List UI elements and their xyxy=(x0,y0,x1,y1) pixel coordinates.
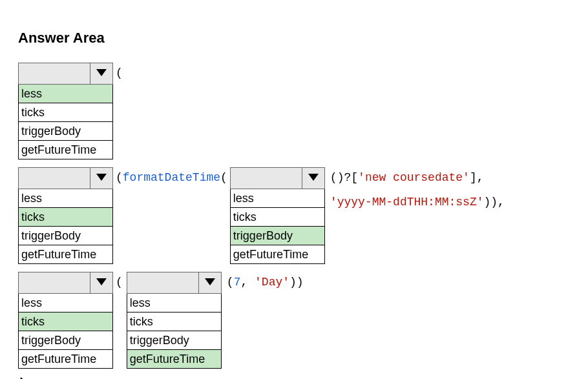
chevron-down-icon xyxy=(95,170,108,187)
dropdown-3-header[interactable] xyxy=(230,167,325,189)
chevron-down-icon xyxy=(204,275,216,291)
dropdown-5: lesstickstriggerBodygetFutureTime xyxy=(127,272,222,369)
row-3-spacer: ( xyxy=(113,272,123,292)
dropdown-3-arrow[interactable] xyxy=(302,168,324,189)
dropdown-option[interactable]: ticks xyxy=(19,312,112,331)
dropdown-2-selected xyxy=(19,168,90,189)
dropdown-option[interactable]: less xyxy=(231,189,324,208)
dropdown-2: lesstickstriggerBodygetFutureTime xyxy=(18,167,113,264)
dropdown-option[interactable]: triggerBody xyxy=(19,122,112,141)
page-title: Answer Area xyxy=(18,30,570,46)
dropdown-4-selected xyxy=(19,272,90,293)
chevron-down-icon xyxy=(95,66,108,82)
dropdown-1-options: lesstickstriggerBodygetFutureTime xyxy=(18,85,113,159)
dropdown-option[interactable]: getFutureTime xyxy=(19,350,112,368)
dropdown-option[interactable]: getFutureTime xyxy=(19,141,112,159)
dropdown-2-header[interactable] xyxy=(18,167,113,189)
svg-marker-0 xyxy=(96,69,107,76)
row-3-text: (7, 'Day')) xyxy=(224,272,304,292)
dropdown-1-arrow[interactable] xyxy=(90,63,112,84)
svg-marker-3 xyxy=(96,278,107,285)
dropdown-option[interactable]: triggerBody xyxy=(127,331,221,350)
svg-marker-2 xyxy=(308,174,319,181)
chevron-down-icon xyxy=(307,170,320,187)
dropdown-option[interactable]: triggerBody xyxy=(19,331,112,350)
row-2: lesstickstriggerBodygetFutureTime (forma… xyxy=(18,167,570,264)
dropdown-3: lesstickstriggerBodygetFutureTime xyxy=(230,167,325,264)
dropdown-option[interactable]: triggerBody xyxy=(231,227,324,245)
svg-marker-1 xyxy=(96,174,107,181)
row-1: lesstickstriggerBodygetFutureTime ( xyxy=(18,63,570,159)
dropdown-2-arrow[interactable] xyxy=(90,168,112,189)
dropdown-4-header[interactable] xyxy=(18,272,113,294)
closing-paren: ) xyxy=(18,376,570,379)
dropdown-option[interactable]: less xyxy=(19,294,112,312)
dropdown-option[interactable]: triggerBody xyxy=(19,227,112,245)
row-2-text-a: (formatDateTime( xyxy=(113,167,227,188)
dropdown-5-options: lesstickstriggerBodygetFutureTime xyxy=(127,294,222,369)
row-3: lesstickstriggerBodygetFutureTime ( less… xyxy=(18,272,570,369)
dropdown-5-selected xyxy=(127,272,199,293)
dropdown-4: lesstickstriggerBodygetFutureTime xyxy=(18,272,113,369)
dropdown-4-arrow[interactable] xyxy=(90,272,112,293)
dropdown-option[interactable]: ticks xyxy=(19,208,112,227)
dropdown-1: lesstickstriggerBodygetFutureTime xyxy=(18,63,113,159)
dropdown-option[interactable]: less xyxy=(127,294,221,312)
dropdown-4-options: lesstickstriggerBodygetFutureTime xyxy=(18,294,113,369)
row-2-text-b: ()?['new coursedate'], 'yyyy-MM-ddTHH:MM… xyxy=(328,167,505,212)
dropdown-option[interactable]: ticks xyxy=(19,103,112,122)
dropdown-option[interactable]: less xyxy=(19,189,112,208)
dropdown-option[interactable]: getFutureTime xyxy=(127,350,221,368)
dropdown-5-arrow[interactable] xyxy=(199,272,221,293)
dropdown-option[interactable]: ticks xyxy=(231,208,324,227)
dropdown-option[interactable]: less xyxy=(19,85,112,103)
dropdown-3-options: lesstickstriggerBodygetFutureTime xyxy=(230,189,325,264)
row-1-text: ( xyxy=(113,63,123,83)
dropdown-1-header[interactable] xyxy=(18,63,113,85)
dropdown-5-header[interactable] xyxy=(127,272,222,294)
chevron-down-icon xyxy=(95,275,108,291)
dropdown-option[interactable]: getFutureTime xyxy=(19,245,112,263)
svg-marker-4 xyxy=(205,278,215,285)
dropdown-1-selected xyxy=(19,63,90,84)
dropdown-option[interactable]: getFutureTime xyxy=(231,245,324,263)
dropdown-option[interactable]: ticks xyxy=(127,312,221,331)
dropdown-2-options: lesstickstriggerBodygetFutureTime xyxy=(18,189,113,264)
dropdown-3-selected xyxy=(231,168,302,189)
